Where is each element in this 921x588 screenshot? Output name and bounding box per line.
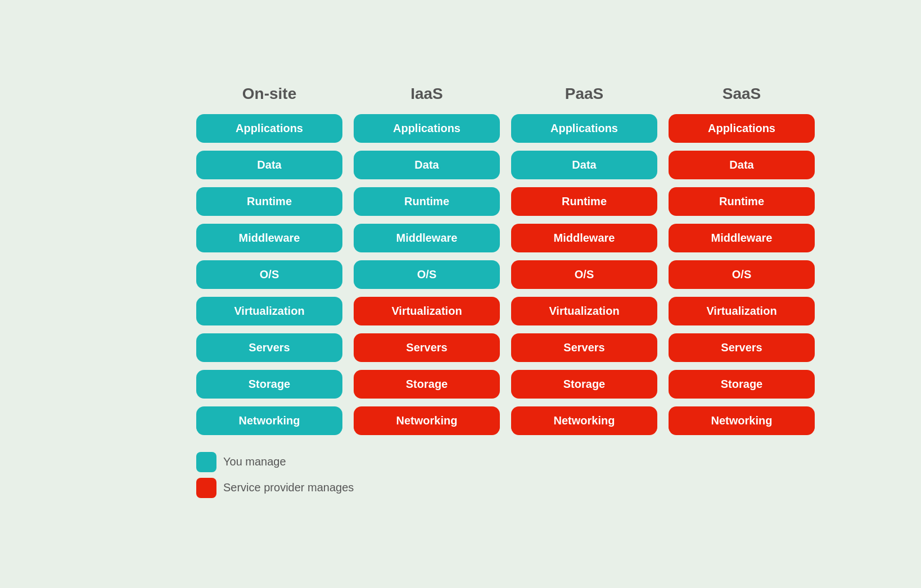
cell-row5-col2: Virtualization	[511, 297, 657, 325]
cell-row4-col2: O/S	[511, 260, 657, 289]
header-iaas: IaaS	[354, 85, 500, 103]
cell-row1-col3: Data	[669, 151, 815, 179]
cell-row1-col2: Data	[511, 151, 657, 179]
header-saas: SaaS	[669, 85, 815, 103]
cell-row6-col3: Servers	[669, 333, 815, 362]
cell-row5-col1: Virtualization	[354, 297, 500, 325]
cell-row2-col0: Runtime	[196, 187, 342, 216]
cell-row0-col2: Applications	[511, 114, 657, 143]
legend-teal-label: You manage	[223, 455, 286, 468]
cell-row6-col0: Servers	[196, 333, 342, 362]
cell-row6-col2: Servers	[511, 333, 657, 362]
cell-row3-col2: Middleware	[511, 224, 657, 252]
cell-row6-col1: Servers	[354, 333, 500, 362]
cell-row4-col0: O/S	[196, 260, 342, 289]
cell-row0-col0: Applications	[196, 114, 342, 143]
cell-row2-col1: Runtime	[354, 187, 500, 216]
cell-row4-col3: O/S	[669, 260, 815, 289]
cell-row8-col1: Networking	[354, 406, 500, 435]
cell-row1-col0: Data	[196, 151, 342, 179]
column-headers: On-site IaaS PaaS SaaS	[196, 85, 736, 103]
legend-red-dot	[196, 478, 216, 498]
cell-row2-col3: Runtime	[669, 187, 815, 216]
cell-row5-col3: Virtualization	[669, 297, 815, 325]
cell-row3-col1: Middleware	[354, 224, 500, 252]
cell-row7-col3: Storage	[669, 370, 815, 399]
cell-row8-col2: Networking	[511, 406, 657, 435]
cell-row7-col0: Storage	[196, 370, 342, 399]
cell-row4-col1: O/S	[354, 260, 500, 289]
cell-row0-col1: Applications	[354, 114, 500, 143]
cell-row7-col2: Storage	[511, 370, 657, 399]
cell-row3-col0: Middleware	[196, 224, 342, 252]
legend-teal-dot	[196, 452, 216, 472]
service-grid: ApplicationsApplicationsApplicationsAppl…	[196, 114, 736, 435]
main-container: On-site IaaS PaaS SaaS ApplicationsAppli…	[151, 62, 770, 526]
cell-row5-col0: Virtualization	[196, 297, 342, 325]
legend-teal: You manage	[196, 452, 736, 472]
cell-row7-col1: Storage	[354, 370, 500, 399]
legend-red-label: Service provider manages	[223, 481, 354, 494]
legend: You manage Service provider manages	[196, 452, 736, 498]
cell-row3-col3: Middleware	[669, 224, 815, 252]
legend-red: Service provider manages	[196, 478, 736, 498]
header-paas: PaaS	[511, 85, 657, 103]
cell-row1-col1: Data	[354, 151, 500, 179]
header-onsite: On-site	[196, 85, 342, 103]
cell-row0-col3: Applications	[669, 114, 815, 143]
cell-row8-col3: Networking	[669, 406, 815, 435]
cell-row8-col0: Networking	[196, 406, 342, 435]
cell-row2-col2: Runtime	[511, 187, 657, 216]
